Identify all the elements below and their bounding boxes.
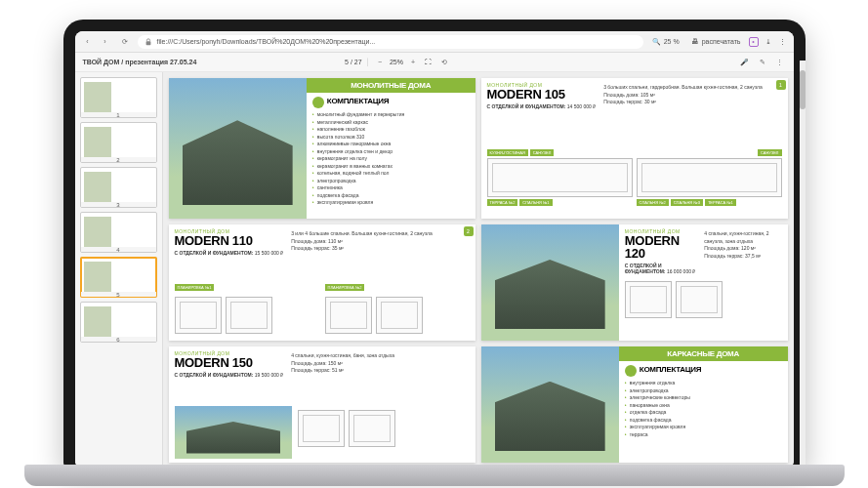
room-label: КУХНЯ-ГОСТИНАЯ (487, 149, 528, 156)
thumb-2[interactable]: 2 (80, 122, 157, 163)
search-icon: 🔍 (652, 37, 662, 47)
price: 15 500 000 ₽ (255, 250, 283, 256)
zoom-level: 25% (390, 59, 403, 65)
zoom-pct: 25 % (664, 38, 680, 45)
stat-terrace: Площадь террас: 35 м² (291, 245, 433, 253)
price-label: С ОТДЕЛКОЙ И ФУНДАМЕНТОМ: (625, 263, 666, 274)
stat-terrace: Площадь террас: 37,5 м² (704, 253, 781, 261)
check-icon (625, 365, 637, 377)
house-render (169, 78, 307, 219)
price: 19 500 000 ₽ (255, 372, 283, 378)
floor-plan (325, 297, 372, 334)
page-indicator: 5 / 27 (345, 59, 362, 65)
thumbnail-panel[interactable]: 1 2 3 4 5 6 (75, 72, 163, 468)
list-item: внутренняя отделка стен и декор (312, 148, 470, 156)
slide-modern-105: МОНОЛИТНЫЙ ДОМ MODERN 105 С ОТДЕЛКОЙ И Ф… (481, 78, 788, 219)
list-item: котельная, водяной теплый пол (312, 170, 470, 178)
list-item: электрические конвекторы (625, 394, 782, 402)
list-item: подсветка фасада (625, 417, 782, 425)
list-item: металлический каркас (312, 119, 470, 127)
list-item: панорамные окна (625, 402, 782, 410)
room-label: САНУЗЕЛ (530, 149, 555, 156)
user-icon[interactable]: • (749, 37, 759, 47)
stat-area: Площадь дома: 110 м² (291, 238, 433, 246)
slide-frame-intro: КАРКАСНЫЕ ДОМА КОМПЛЕКТАЦИЯ внутренняя о… (481, 346, 788, 463)
check-icon (312, 97, 324, 108)
screen: ‹ › ⟳ file:///C:/Users/ponyh/Downloads/Т… (75, 31, 794, 468)
slide-monolith-intro: МОНОЛИТНЫЕ ДОМА КОМПЛЕКТАЦИЯ монолитный … (169, 78, 475, 219)
price-label: С ОТДЕЛКОЙ И ФУНДАМЕНТОМ: (175, 250, 254, 256)
pdf-toolbar: ТВОЙ ДОМ / презентация 27.05.24 5 / 27 │… (75, 53, 794, 72)
svg-rect-0 (145, 41, 150, 45)
price-label: С ОТДЕЛКОЙ И ФУНДАМЕНТОМ: (175, 372, 254, 378)
house-render (175, 406, 293, 459)
floor-plan (349, 410, 395, 447)
reload-button[interactable]: ⟳ (118, 35, 132, 49)
pages-area[interactable]: МОНОЛИТНЫЕ ДОМА КОМПЛЕКТАЦИЯ монолитный … (163, 72, 794, 468)
lock-icon (144, 37, 153, 47)
forward-button[interactable]: › (99, 35, 112, 49)
laptop-frame: ‹ › ⟳ file:///C:/Users/ponyh/Downloads/Т… (63, 20, 806, 468)
fit-page-button[interactable]: ⛶ (423, 57, 434, 68)
page-badge: 2 (464, 226, 474, 236)
list-item: подсветка фасада (312, 192, 470, 200)
floor-plan (676, 281, 723, 318)
zoom-indicator[interactable]: 🔍 25 % (649, 36, 682, 48)
desc: 4 спальни, кухня-гостиная, 2 санузла, зо… (704, 230, 781, 245)
slide-modern-110: МОНОЛИТНЫЙ ДОМ MODERN 110 С ОТДЕЛКОЙ И Ф… (169, 224, 475, 341)
rotate-button[interactable]: ⟲ (438, 57, 450, 68)
desc: 3 больших спальни, гардеробная. Большая … (603, 84, 763, 92)
thumb-3[interactable]: 3 (80, 167, 157, 208)
thumb-1[interactable]: 1 (80, 77, 157, 118)
floor-plan (376, 297, 423, 334)
slide-modern-120: МОНОЛИТНЫЙ ДОМ MODERN 120 С ОТДЕЛКОЙ И Ф… (481, 224, 788, 341)
slide-modern-150: МОНОЛИТНЫЙ ДОМ MODERN 150 С ОТДЕЛКОЙ И Ф… (169, 346, 475, 463)
list-item: монолитный фундамент и перекрытия (312, 111, 470, 119)
browser-toolbar: ‹ › ⟳ file:///C:/Users/ponyh/Downloads/Т… (75, 31, 794, 53)
house-render (481, 346, 619, 463)
list-item: эксплуатируемая кровля (625, 424, 782, 431)
price-label: С ОТДЕЛКОЙ И ФУНДАМЕНТОМ: (487, 103, 566, 109)
floor-plan (625, 281, 672, 318)
model-title: MODERN 120 (625, 234, 698, 260)
list-item: электропроводка (312, 178, 470, 185)
model-title: MODERN 110 (175, 234, 284, 247)
room-label: ТЕРРАСА №1 (705, 199, 736, 206)
desc: 3 или 4 большие спальни. Большая кухня-г… (291, 230, 433, 238)
floor-plan (226, 297, 272, 334)
spec-list: монолитный фундамент и перекрытия металл… (312, 111, 470, 207)
section-title: КОМПЛЕКТАЦИЯ (327, 97, 389, 105)
page-badge: 1 (776, 80, 786, 90)
zoom-in-button[interactable]: + (407, 57, 419, 68)
thumb-5[interactable]: 5 (80, 257, 157, 298)
voice-icon[interactable]: 🎤 (739, 57, 751, 68)
banner: КАРКАСНЫЕ ДОМА (619, 346, 788, 361)
menu-icon[interactable]: ⋮ (778, 37, 788, 47)
download-icon[interactable]: ⤓ (764, 37, 773, 47)
price: 16 000 000 ₽ (667, 268, 695, 274)
list-item: наполнение газоблок (312, 126, 470, 134)
list-item: эксплуатируемая кровля (312, 199, 470, 207)
address-bar[interactable]: file:///C:/Users/ponyh/Downloads/ТВОЙ%20… (138, 35, 643, 49)
plan-title: ПЛАНИРОВКА №2 (325, 284, 365, 291)
list-item: отделка фасада (625, 409, 782, 417)
stat-terrace: Площадь террас: 30 м² (603, 99, 763, 106)
print-button[interactable]: 🖶 распечатать (687, 36, 744, 48)
plan-title: ПЛАНИРОВКА №1 (175, 284, 215, 291)
list-item: высота потолков 310 (312, 134, 470, 142)
model-title: MODERN 105 (487, 88, 597, 101)
zoom-out-button[interactable]: − (374, 57, 386, 68)
banner: МОНОЛИТНЫЕ ДОМА (307, 78, 475, 93)
room-label: СПАЛЬНЯ №3 (671, 199, 703, 206)
thumb-4[interactable]: 4 (80, 212, 157, 253)
room-label: ТЕРРАСА №2 (487, 199, 518, 206)
url-text: file:///C:/Users/ponyh/Downloads/ТВОЙ%20… (157, 38, 376, 45)
more-icon[interactable]: ⋮ (774, 57, 786, 68)
thumb-6[interactable]: 6 (80, 302, 157, 343)
draw-icon[interactable]: ✎ (757, 57, 768, 68)
list-item: алюминиевые панорамные окна (312, 141, 470, 148)
back-button[interactable]: ‹ (81, 35, 95, 49)
list-item: керамогранит в ванных комнатах (312, 163, 470, 171)
stat-area: Площадь дома: 150 м² (291, 360, 394, 368)
print-label: распечатать (702, 38, 741, 45)
